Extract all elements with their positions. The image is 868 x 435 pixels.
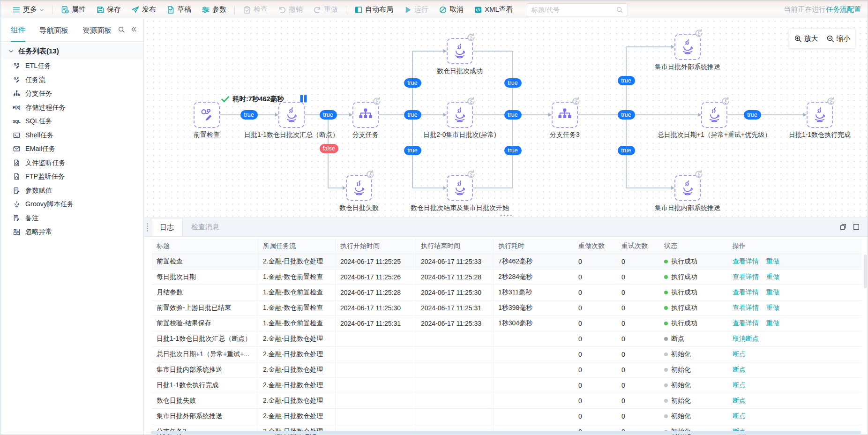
- table-row[interactable]: 总日批次日期+1（异常+重试+...2.金融-日批数仓处理00初始化断点: [152, 347, 862, 362]
- sidebar-item-proc[interactable]: P(X)存储过程任务: [0, 101, 143, 115]
- action-link[interactable]: 重做: [766, 288, 779, 297]
- action-link[interactable]: 查看详情: [733, 319, 759, 328]
- sidebar-item-flow[interactable]: 任务流: [0, 73, 143, 87]
- table-row[interactable]: 数仓日批失败2.金融-日批数仓处理00初始化断点: [152, 393, 862, 409]
- sidebar-item-file[interactable]: 文件监听任务: [0, 156, 143, 170]
- table-cell: 0: [574, 270, 617, 285]
- panel-resize-handle[interactable]: [500, 215, 512, 217]
- table-row[interactable]: 前置效验-上游日批已结束1.金融-数仓前置检查2024-06-17 11:25:…: [152, 300, 862, 316]
- sidebar-item-shell[interactable]: Shell任务: [0, 128, 143, 142]
- status-cell: 初始化: [659, 393, 728, 408]
- table-row[interactable]: 每日批次日期1.金融-数仓前置检查2024-06-17 11:25:262024…: [152, 270, 862, 285]
- table-cell: 2.金融-日批数仓处理: [258, 362, 336, 377]
- vertical-scrollbar[interactable]: [864, 255, 867, 288]
- groovy-icon: [12, 201, 21, 208]
- horizontal-scrollbar[interactable]: [151, 431, 861, 434]
- sidebar-tab-2[interactable]: 资源面板: [82, 26, 112, 41]
- sidebar-collapse-icon[interactable]: [130, 26, 137, 33]
- toolbar: 更多属性保存发布草稿参数检查撤销重做自动布局运行取消XML查看 当前正在进行任务…: [0, 0, 868, 18]
- status-label: 执行成功: [671, 304, 697, 312]
- panel-tab-1[interactable]: 检查消息: [183, 218, 228, 236]
- flow-node-1[interactable]: [278, 102, 305, 128]
- toolbar-button-publish[interactable]: 发布: [126, 1, 161, 18]
- toolbar-button-props[interactable]: 属性: [56, 1, 91, 18]
- sidebar-item-groovy[interactable]: Groovy脚本任务: [0, 197, 143, 211]
- zoom-out-button[interactable]: 缩小: [826, 34, 851, 43]
- action-link[interactable]: 断点: [733, 412, 746, 420]
- table-row[interactable]: 月结参数1.金融-数仓前置检查2024-06-17 11:25:282024-0…: [152, 285, 862, 300]
- action-link[interactable]: 查看详情: [733, 257, 759, 266]
- sidebar-item-etl[interactable]: ETL任务: [0, 59, 143, 73]
- zoom-in-button[interactable]: 放大: [794, 34, 818, 43]
- toolbar-button-auto-layout[interactable]: 自动布局: [349, 1, 398, 18]
- panel-tab-0[interactable]: 日志: [151, 218, 183, 236]
- sidebar-item-note[interactable]: 备注: [0, 211, 143, 225]
- flow-node-label: 日批1-1数仓执行完成: [789, 131, 851, 139]
- publish-icon: [131, 6, 140, 14]
- toolbar-button-draft[interactable]: 草稿: [161, 1, 196, 18]
- status-cell: 执行成功: [659, 316, 728, 331]
- sidebar-tab-0[interactable]: 组件: [11, 25, 25, 42]
- table-cell: 0: [617, 409, 659, 424]
- maximize-icon[interactable]: [853, 223, 860, 231]
- edge-condition-badge-true: true: [744, 110, 761, 120]
- sidebar-item-branch[interactable]: 分支任务: [0, 87, 143, 101]
- table-row[interactable]: 前置校验-结果保存1.金融-数仓前置检查2024-06-17 11:25:312…: [152, 316, 862, 331]
- sidebar-search-icon[interactable]: [118, 26, 125, 33]
- toolbar-button-save[interactable]: 保存: [91, 1, 126, 18]
- retry-clock-icon: [366, 170, 375, 179]
- action-link[interactable]: 断点: [733, 381, 746, 390]
- toolbar-button-redo[interactable]: 重做: [308, 1, 343, 18]
- table-cell: 2.金融-日批数仓处理: [258, 331, 336, 346]
- action-link[interactable]: 查看详情: [733, 273, 759, 281]
- toolbar-button-undo[interactable]: 撤销: [273, 1, 308, 18]
- action-link[interactable]: 查看详情: [733, 288, 759, 297]
- flow-node-label: 集市日批外部系统推送: [655, 63, 720, 71]
- sidebar-tab-1[interactable]: 导航面板: [39, 26, 68, 41]
- sidebar-item-ignore[interactable]: 忽略异常: [0, 225, 143, 239]
- table-row[interactable]: 集市日批外部系统推送2.金融-日批数仓处理00初始化断点: [152, 409, 862, 424]
- sidebar-item-sql[interactable]: SQLSQL任务: [0, 114, 143, 128]
- toolbar-button-xml-view[interactable]: XML查看: [469, 1, 518, 18]
- java-task-icon: [453, 43, 467, 59]
- task-list-header[interactable]: 任务列表(13): [0, 43, 143, 59]
- restore-icon[interactable]: [839, 223, 847, 231]
- action-link[interactable]: 断点: [733, 397, 746, 405]
- sidebar-item-email[interactable]: EMail任务: [0, 142, 143, 156]
- flow-canvas[interactable]: 放大 缩小 truetruefalsetruetruetruetruetruet…: [144, 18, 868, 218]
- action-link[interactable]: 重做: [766, 319, 779, 328]
- action-link[interactable]: 查看详情: [733, 304, 759, 312]
- toolbar-button-cancel[interactable]: 取消: [434, 1, 469, 18]
- search-box[interactable]: [526, 3, 628, 16]
- toolbar-button-more[interactable]: 更多: [7, 1, 50, 18]
- toolbar-button-params[interactable]: 参数: [196, 1, 232, 18]
- table-row[interactable]: 集市日批内部系统推送2.金融-日批数仓处理00初始化断点: [152, 362, 862, 378]
- table-cell: 前置检查: [152, 254, 258, 269]
- action-link[interactable]: 重做: [766, 257, 779, 266]
- email-icon: [12, 145, 21, 152]
- action-link[interactable]: 断点: [733, 366, 746, 374]
- flow-node-0[interactable]: [194, 102, 220, 128]
- action-link[interactable]: 断点: [733, 350, 746, 359]
- action-link[interactable]: 重做: [766, 304, 779, 312]
- edge-arrowhead: [443, 49, 447, 53]
- action-link[interactable]: 重做: [766, 273, 779, 281]
- table-cell: 2024-06-17 11:25:33: [416, 316, 494, 331]
- sidebar-item-ftp[interactable]: FTP监听任务: [0, 170, 143, 184]
- action-link[interactable]: 取消断点: [733, 335, 759, 343]
- table-cell: 2024-06-17 11:25:25: [336, 254, 416, 269]
- table-row[interactable]: 前置检查2.金融-日批数仓处理2024-06-17 11:25:252024-0…: [152, 254, 862, 270]
- panel-drag-handle[interactable]: [147, 223, 148, 232]
- status-dot: [664, 352, 668, 356]
- sidebar-item-assign[interactable]: 参数赋值: [0, 184, 143, 198]
- branch-icon: [12, 90, 21, 97]
- search-input[interactable]: [531, 6, 616, 14]
- table-row[interactable]: 日批1-1数仓执行完成2.金融-日批数仓处理00初始化断点: [152, 378, 862, 393]
- sidebar-tools: [118, 26, 137, 33]
- toolbar-button-run[interactable]: 运行: [398, 1, 434, 18]
- table-row[interactable]: 日批1-1数仓日批次汇总（断点）2.金融-日批数仓处理00断点取消断点: [152, 331, 862, 347]
- success-check-icon: [221, 95, 230, 104]
- ftp-icon: [12, 173, 21, 180]
- retry-clock-icon: [571, 97, 581, 106]
- toolbar-button-check[interactable]: 检查: [238, 1, 273, 18]
